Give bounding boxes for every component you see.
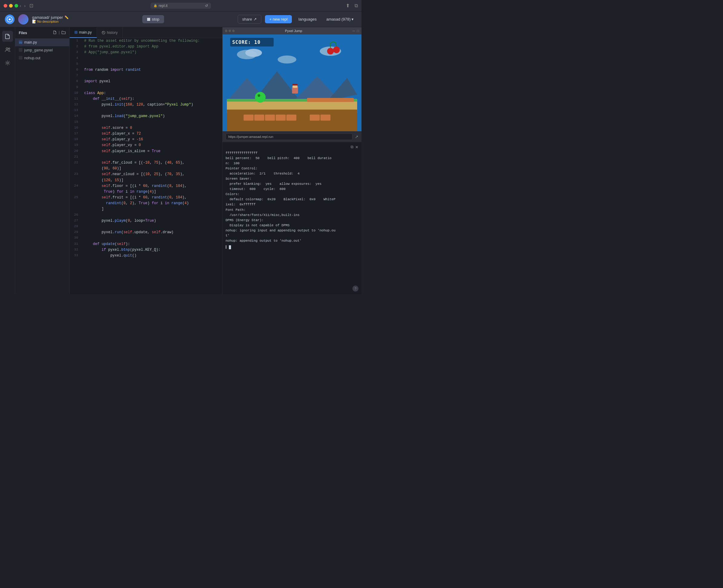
- line-num-21: 21: [69, 154, 82, 160]
- line-num-4: 4: [69, 56, 82, 61]
- console-close-button[interactable]: ✕: [355, 145, 359, 149]
- console-copy-button[interactable]: ⧉: [350, 145, 353, 149]
- user-info: gamasad/ jumper ✏️ 📝 No description: [32, 15, 69, 24]
- code-line-27: 27 pyxel.playm(0, loop=True): [69, 218, 222, 224]
- sidebar-item-people[interactable]: [2, 44, 13, 55]
- lock-icon: 🔒: [154, 4, 157, 7]
- tab-history[interactable]: history: [97, 27, 123, 38]
- help-button[interactable]: ?: [353, 286, 359, 292]
- close-button[interactable]: [4, 4, 7, 7]
- reload-icon[interactable]: ↺: [205, 4, 208, 8]
- add-folder-button[interactable]: [61, 30, 66, 35]
- files-panel: Files | py main.py: [15, 27, 69, 294]
- file-item-jump-game[interactable]: jump_game.pyxel: [15, 46, 69, 54]
- code-line-26: 26: [69, 212, 222, 218]
- sidebar-toggle-button[interactable]: ⊡: [29, 3, 33, 8]
- code-line-8: 8 import pyxel: [69, 79, 222, 84]
- forward-button[interactable]: ›: [23, 3, 27, 9]
- line-num-10: 10: [69, 90, 82, 96]
- avatar: [18, 14, 28, 24]
- file-item-nohup[interactable]: nohup.out: [15, 54, 69, 62]
- line-content-17: self.player_x = 72: [82, 131, 222, 137]
- game-dot-2: [228, 30, 231, 32]
- game-titlebar: Pyxel Jump ─ □: [223, 27, 361, 35]
- line-content-32: if pyxel.btnp(pyxel.KEY_Q):: [82, 247, 222, 253]
- game-minimize-icon[interactable]: ─: [353, 29, 355, 33]
- svg-rect-8: [75, 31, 78, 34]
- svg-rect-27: [310, 114, 320, 121]
- help-area: ?: [353, 286, 359, 292]
- line-content-22: self.far_cloud = [(-10, 75), (40, 65), (…: [82, 160, 222, 171]
- console-area[interactable]: ⧉ ✕ ffffffffffffffff bell percent: 50 be…: [223, 142, 361, 294]
- code-line-11: 11 def __init__(self):: [69, 96, 222, 102]
- svg-point-2: [8, 48, 10, 49]
- game-title-buttons: ─ □: [353, 29, 359, 33]
- desc-emoji: 📝: [32, 20, 36, 24]
- languages-button[interactable]: languages: [296, 15, 320, 23]
- new-repl-label: + new repl: [269, 17, 287, 21]
- topbar-right: share ↗ + new repl languages amasad (978…: [238, 15, 357, 24]
- line-content-12: pyxel.init(160, 120, caption="Pyxel Jump…: [82, 102, 222, 108]
- line-num-13: 13: [69, 108, 82, 113]
- external-link-icon[interactable]: ↗: [355, 134, 359, 139]
- console-input-line: ▌: [225, 245, 359, 250]
- code-line-32: 32 if pyxel.btnp(pyxel.KEY_Q):: [69, 247, 222, 253]
- line-num-18: 18: [69, 137, 82, 142]
- code-line-29: 29 pyxel.run(self.update, self.draw): [69, 230, 222, 235]
- editor-content[interactable]: 1 # Run the asset editor by uncommenting…: [69, 38, 222, 294]
- user-menu-button[interactable]: amasad (978) ▾: [323, 15, 357, 23]
- sidebar-item-files[interactable]: [2, 31, 13, 42]
- code-line-31: 31 def update(self):: [69, 241, 222, 247]
- line-num-7: 7: [69, 73, 82, 78]
- line-content-2: # from pyxel.editor.app import App: [82, 44, 222, 49]
- code-line-16: 16 self.score = 0: [69, 125, 222, 131]
- file-name-nohup: nohup.out: [24, 56, 40, 60]
- code-line-24: 24 self.floor = [(i * 60, randint(8, 104…: [69, 183, 222, 195]
- line-num-29: 29: [69, 230, 82, 235]
- share-button[interactable]: share ↗: [238, 15, 262, 24]
- editor-tabs: main.py history: [69, 27, 222, 38]
- stop-button[interactable]: stop: [142, 15, 164, 23]
- svg-rect-25: [276, 114, 285, 121]
- minimize-button[interactable]: [9, 4, 13, 7]
- code-line-33: 33 pyxel.quit(): [69, 253, 222, 259]
- code-line-7: 7: [69, 73, 222, 79]
- line-content-30: [82, 235, 222, 241]
- line-content-29: pyxel.run(self.update, self.draw): [82, 230, 222, 235]
- run-url-input[interactable]: [225, 133, 353, 140]
- url-bar[interactable]: 🔒 repl.it ↺: [150, 3, 211, 9]
- new-window-button[interactable]: ⧉: [355, 3, 358, 8]
- console-cursor: [229, 245, 231, 249]
- svg-rect-26: [286, 114, 296, 121]
- code-line-12: 12 pyxel.init(160, 120, caption="Pyxel J…: [69, 102, 222, 108]
- svg-rect-28: [320, 114, 330, 121]
- run-url-bar: ↗: [223, 131, 361, 142]
- share-window-button[interactable]: ⬆: [346, 3, 350, 8]
- add-file-button[interactable]: [53, 30, 57, 35]
- code-line-9: 9: [69, 85, 222, 90]
- code-line-28: 28: [69, 224, 222, 230]
- line-num-14: 14: [69, 113, 82, 119]
- line-content-20: self.player_is_alive = True: [82, 148, 222, 154]
- svg-point-3: [7, 62, 8, 64]
- code-line-2: 2 # from pyxel.editor.app import App: [69, 44, 222, 49]
- new-repl-button[interactable]: + new repl: [265, 15, 292, 23]
- file-item-main-py[interactable]: py main.py: [15, 38, 69, 46]
- main-layout: Files | py main.py: [0, 27, 361, 294]
- code-line-1: 1 # Run the asset editor by uncommenting…: [69, 38, 222, 44]
- back-button[interactable]: ‹: [18, 3, 23, 9]
- game-expand-icon[interactable]: □: [357, 29, 359, 33]
- line-content-16: self.score = 0: [82, 125, 222, 131]
- game-title-text: Pyxel Jump: [285, 29, 302, 33]
- titlebar: ‹ › ⊡ 🔒 repl.it ↺ ⬆ ⧉: [0, 0, 361, 12]
- topbar-center: stop: [72, 15, 234, 23]
- sidebar-item-settings[interactable]: [2, 58, 13, 68]
- tab-main-py[interactable]: main.py: [69, 27, 97, 38]
- user-label: amasad (978): [326, 17, 350, 21]
- edit-repo-icon[interactable]: ✏️: [64, 16, 69, 19]
- maximize-button[interactable]: [15, 4, 18, 7]
- svg-point-36: [333, 47, 340, 53]
- line-num-17: 17: [69, 131, 82, 136]
- line-num-5: 5: [69, 61, 82, 67]
- file-name-jump-game: jump_game.pyxel: [24, 48, 53, 52]
